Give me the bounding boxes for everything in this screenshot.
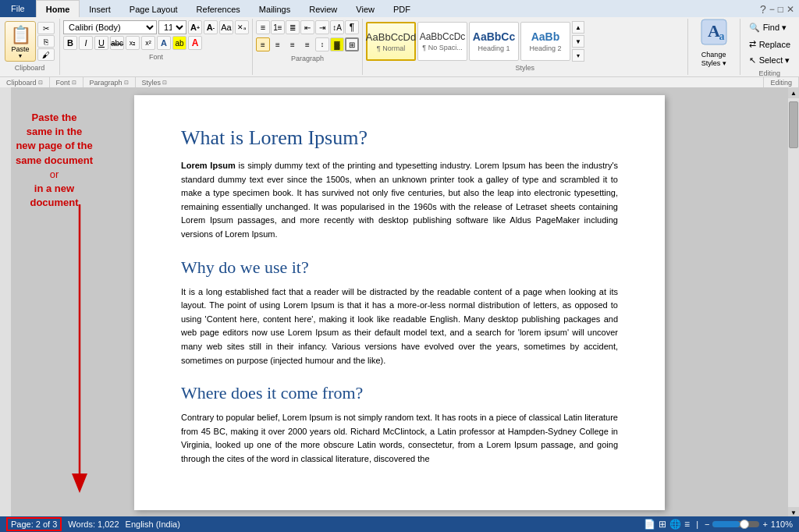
bold-button[interactable]: B <box>63 36 77 50</box>
find-button[interactable]: 🔍 Find ▾ <box>745 20 794 35</box>
ribbon-content: 📋 Paste ▼ ✂ ⎘ 🖌 Clipboard Calibri (Body) <box>0 17 799 76</box>
styles-expand[interactable]: ▾ <box>572 49 584 62</box>
paragraph-group: ≡ 1≡ ≣ ⇤ ⇥ ↕A ¶ ≡ ≡ ≡ ≡ ↕ ▓ ⊞ Paragraph <box>253 19 363 75</box>
replace-button[interactable]: ⇄ Replace <box>745 37 794 51</box>
tab-view[interactable]: View <box>346 2 384 17</box>
section2-body: It is a long established fact that a rea… <box>181 286 618 368</box>
paste-button[interactable]: 📋 Paste ▼ <box>5 21 36 62</box>
view-web-icon[interactable]: 🌐 <box>669 519 681 530</box>
font-size-select[interactable]: 11 <box>158 20 186 34</box>
section3-body: Contrary to popular belief, Lorem Ipsum … <box>181 411 618 466</box>
line-spacing-button[interactable]: ↕ <box>315 37 329 51</box>
border-button[interactable]: ⊞ <box>345 37 359 51</box>
tab-home[interactable]: Home <box>36 0 80 17</box>
styles-group: AaBbCcDd ¶ Normal AaBbCcDc ¶ No Spaci...… <box>363 19 688 75</box>
annotation-text: Paste the same in the new page of the sa… <box>11 111 123 210</box>
section1-body: Lorem Ipsum is simply dummy text of the … <box>181 159 618 242</box>
right-scrollbar[interactable]: ▲ ▼ <box>788 87 799 518</box>
font-color-button[interactable]: A <box>188 36 202 50</box>
close-icon[interactable]: ✕ <box>787 4 794 15</box>
help-icon[interactable]: ? <box>760 3 766 16</box>
svg-marker-4 <box>72 473 87 493</box>
change-styles-group-label <box>712 66 715 76</box>
view-print-icon[interactable]: 📄 <box>644 519 655 530</box>
format-painter-button[interactable]: 🖌 <box>37 48 55 61</box>
styles-expand-icon[interactable]: ⊡ <box>162 80 167 86</box>
highlight-button[interactable]: ab <box>172 36 186 50</box>
copy-button[interactable]: ⎘ <box>37 35 55 48</box>
style-heading1[interactable]: AaBbCc Heading 1 <box>469 22 519 61</box>
left-margin <box>0 87 11 518</box>
font-expand-icon[interactable]: ⊡ <box>72 80 76 86</box>
superscript-button[interactable]: x² <box>141 36 155 50</box>
paste-dropdown-icon: ▼ <box>18 53 23 59</box>
change-styles-button[interactable]: A a ChangeStyles ▾ <box>694 20 733 66</box>
ribbon: File Home Insert Page Layout References … <box>0 0 799 87</box>
align-left-button[interactable]: ≡ <box>256 37 270 51</box>
select-button[interactable]: ↖ Select ▾ <box>745 53 794 68</box>
justify-button[interactable]: ≡ <box>300 37 314 51</box>
svg-text:a: a <box>719 30 724 42</box>
clipboard-extras: ✂ ⎘ 🖌 <box>37 22 55 61</box>
strikethrough-button[interactable]: abc <box>110 36 124 50</box>
tab-insert[interactable]: Insert <box>80 2 120 17</box>
align-center-button[interactable]: ≡ <box>271 37 285 51</box>
page-indicator: Page: 2 of 3 <box>6 517 62 531</box>
increase-indent-button[interactable]: ⇥ <box>315 20 329 34</box>
status-bar: Page: 2 of 3 Words: 1,022 English (India… <box>0 516 799 532</box>
font-group: Calibri (Body) 11 A+ A- Aa ✕ₐ B I U abc … <box>60 19 253 75</box>
tab-review[interactable]: Review <box>300 2 346 17</box>
tab-references[interactable]: References <box>187 2 250 17</box>
paragraph-expand-icon[interactable]: ⊡ <box>124 80 129 86</box>
style-heading2[interactable]: AaBb Heading 2 <box>520 22 570 61</box>
italic-button[interactable]: I <box>79 36 93 50</box>
styles-scroll-up[interactable]: ▲ <box>572 21 584 34</box>
text-effect-button[interactable]: A <box>157 36 171 50</box>
view-outline-icon[interactable]: ≡ <box>684 519 690 530</box>
styles-scroll-down[interactable]: ▼ <box>572 35 584 48</box>
style-no-spacing[interactable]: AaBbCcDc ¶ No Spaci... <box>417 22 467 61</box>
font-label: Font <box>63 51 249 62</box>
bullets-button[interactable]: ≡ <box>256 20 270 34</box>
decrease-indent-button[interactable]: ⇤ <box>300 20 314 34</box>
increase-font-button[interactable]: A+ <box>188 20 202 34</box>
multilevel-list-button[interactable]: ≣ <box>286 20 300 34</box>
clipboard-group: 📋 Paste ▼ ✂ ⎘ 🖌 Clipboard <box>0 19 60 75</box>
style-normal[interactable]: AaBbCcDd ¶ Normal <box>366 22 416 61</box>
maximize-icon[interactable]: □ <box>778 4 783 15</box>
zoom-out-button[interactable]: − <box>705 520 709 529</box>
editing-group: 🔍 Find ▾ ⇄ Replace ↖ Select ▾ Editing <box>740 19 799 75</box>
scroll-up-button[interactable]: ▲ <box>788 87 799 98</box>
language-indicator: English (India) <box>126 520 180 529</box>
find-icon: 🔍 <box>749 23 760 33</box>
tab-pdf[interactable]: PDF <box>384 2 420 17</box>
minimize-icon[interactable]: − <box>769 4 775 15</box>
tab-mailings[interactable]: Mailings <box>250 2 300 17</box>
cut-button[interactable]: ✂ <box>37 22 55 34</box>
tab-page-layout[interactable]: Page Layout <box>120 2 187 17</box>
font-name-select[interactable]: Calibri (Body) <box>63 20 157 34</box>
decrease-font-button[interactable]: A- <box>204 20 218 34</box>
tab-file[interactable]: File <box>0 0 36 17</box>
underline-button[interactable]: U <box>94 36 108 50</box>
annotation: Paste the same in the new page of the sa… <box>11 111 123 210</box>
scroll-thumb[interactable] <box>789 101 798 148</box>
sort-button[interactable]: ↕A <box>330 20 344 34</box>
change-case-button[interactable]: Aa <box>219 20 233 34</box>
change-styles-group: A a ChangeStyles ▾ <box>688 19 740 75</box>
zoom-in-button[interactable]: + <box>762 520 767 529</box>
ribbon-label-row: Clipboard ⊡ Font ⊡ Paragraph ⊡ Styles ⊡ … <box>0 76 799 87</box>
subscript-button[interactable]: x₂ <box>126 36 140 50</box>
shading-button[interactable]: ▓ <box>330 37 344 51</box>
clear-format-button[interactable]: ✕ₐ <box>235 20 249 34</box>
select-icon: ↖ <box>749 55 756 66</box>
align-right-button[interactable]: ≡ <box>286 37 300 51</box>
show-formatting-button[interactable]: ¶ <box>345 20 359 34</box>
zoom-slider[interactable] <box>712 521 759 527</box>
view-fullscreen-icon[interactable]: ⊞ <box>659 519 666 530</box>
status-left: Page: 2 of 3 Words: 1,022 English (India… <box>6 517 180 531</box>
numbering-button[interactable]: 1≡ <box>271 20 285 34</box>
clipboard-expand-icon[interactable]: ⊡ <box>38 80 43 86</box>
styles-scroll: ▲ ▼ ▾ <box>572 21 584 62</box>
document-container[interactable]: Paste the same in the new page of the sa… <box>11 87 788 518</box>
